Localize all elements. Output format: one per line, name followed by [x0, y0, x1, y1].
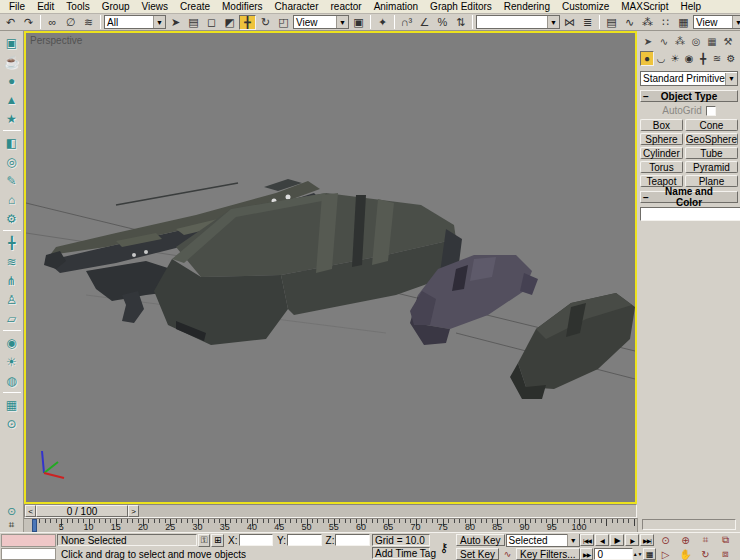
absolute-mode-icon[interactable]: ⊞	[211, 534, 224, 547]
cone-button[interactable]: Cone	[685, 119, 738, 131]
maxscript-mini-listener[interactable]	[0, 533, 57, 560]
menu-edit[interactable]: Edit	[31, 0, 60, 13]
zoom-all-icon[interactable]: ⊕	[676, 534, 695, 547]
y-coordinate-field[interactable]	[287, 534, 322, 546]
zoom-region-icon[interactable]: ⊙	[0, 504, 24, 518]
display-icon[interactable]: ▦	[2, 395, 22, 414]
helpers-category-icon[interactable]: ╋	[696, 51, 710, 66]
listener-macro-line[interactable]	[1, 534, 56, 547]
menu-file[interactable]: File	[3, 0, 31, 13]
curve-editor-button[interactable]: ∿	[621, 15, 638, 30]
menu-views[interactable]: Views	[136, 0, 175, 13]
utilities-tab[interactable]: ⚒	[720, 33, 736, 49]
spinner-snap-toggle-button[interactable]: ⇅	[452, 15, 469, 30]
window-crossing-toggle-button[interactable]: ◩	[221, 15, 238, 30]
use-pivot-point-center-button[interactable]: ▣	[350, 15, 367, 30]
viewport-label[interactable]: Perspective	[30, 35, 82, 46]
zoom-extents-icon[interactable]: ⌗	[696, 534, 715, 547]
name-and-color-rollout[interactable]: − Name and Color	[640, 191, 738, 203]
current-frame-marker[interactable]	[32, 519, 37, 532]
perspective-viewport[interactable]: Perspective	[24, 31, 637, 504]
named-selection-sets-dropdown[interactable]: ▼	[476, 15, 560, 29]
add-time-tag[interactable]: Add Time Tag	[372, 547, 430, 559]
sphere-icon[interactable]: ●	[2, 71, 22, 90]
zoom-extents-all-icon[interactable]: ⧉	[716, 534, 735, 547]
frame-spinner[interactable]: ▲▼	[634, 548, 642, 560]
material-icon[interactable]: ◍	[2, 371, 22, 390]
redo-button[interactable]: ↷	[20, 15, 37, 30]
snaps-toggle-button[interactable]: ∩³	[398, 15, 415, 30]
render-type-dropdown[interactable]: View▼	[693, 15, 740, 29]
spline-icon[interactable]: ✎	[2, 171, 22, 190]
key-filters-button[interactable]: Key Filters...	[516, 548, 580, 560]
menu-reactor[interactable]: reactor	[325, 0, 368, 13]
tube-button[interactable]: Tube	[685, 147, 738, 159]
menu-maxscript[interactable]: MAXScript	[615, 0, 674, 13]
pan-hand-icon[interactable]: ✋	[676, 548, 695, 560]
cylinder-button[interactable]: Cylinder	[640, 147, 683, 159]
previous-frame-arrow[interactable]: <	[25, 505, 36, 517]
layer-manager-button[interactable]: ▤	[603, 15, 620, 30]
bind-to-space-warp-button[interactable]: ≋	[80, 15, 97, 30]
lights-category-icon[interactable]: ☀	[668, 51, 682, 66]
create-tab[interactable]: ➤	[640, 33, 656, 49]
x-coordinate-field[interactable]	[239, 534, 274, 546]
auto-key-button[interactable]: Auto Key	[456, 534, 505, 546]
select-by-name-button[interactable]: ▤	[185, 15, 202, 30]
play-button[interactable]: ▶	[610, 534, 624, 546]
motion-tab[interactable]: ◎	[688, 33, 704, 49]
sheet-icon[interactable]: ▱	[2, 309, 22, 328]
reference-coordinate-system-dropdown[interactable]: View▼	[293, 15, 349, 29]
select-and-link-button[interactable]: ∞	[44, 15, 61, 30]
camera-icon[interactable]: ◉	[2, 333, 22, 352]
polygon-icon[interactable]: ⌂	[2, 190, 22, 209]
open-mini-curve-editor-button[interactable]: ⌗	[0, 518, 24, 532]
angle-snap-toggle-button[interactable]: ∠	[416, 15, 433, 30]
display-tab[interactable]: ▦	[704, 33, 720, 49]
menu-rendering[interactable]: Rendering	[498, 0, 556, 13]
time-configuration-button[interactable]: ▦	[643, 548, 656, 560]
set-key-mode-icon[interactable]: ⚷	[432, 533, 456, 560]
zoom-icon[interactable]: ⊙	[656, 534, 675, 547]
arc-rotate-icon[interactable]: ↻	[696, 548, 715, 560]
menu-animation[interactable]: Animation	[368, 0, 424, 13]
teapot-icon[interactable]: ☕	[2, 52, 22, 71]
set-key-button[interactable]: Set Key	[456, 548, 499, 560]
pyramid-button[interactable]: Pyramid	[685, 161, 738, 173]
time-slider-handle[interactable]: 0 / 100	[36, 505, 128, 517]
box-icon[interactable]: ▣	[2, 33, 22, 52]
systems-category-icon[interactable]: ⚙	[724, 51, 738, 66]
key-mode-toggle-button[interactable]: ▶▶	[580, 548, 593, 560]
selection-lock-icon[interactable]: ⚿	[198, 534, 211, 547]
next-frame-arrow[interactable]: >	[128, 505, 139, 517]
key-mode-dropdown[interactable]: Selected▼	[506, 534, 580, 547]
select-and-manipulate-button[interactable]: ✦	[374, 15, 391, 30]
selection-filter-dropdown[interactable]: All▼	[104, 15, 166, 29]
select-and-scale-button[interactable]: ◰	[275, 15, 292, 30]
space-warps-category-icon[interactable]: ≋	[710, 51, 724, 66]
hierarchy-tab[interactable]: ⁂	[672, 33, 688, 49]
select-object-button[interactable]: ➤	[167, 15, 184, 30]
undo-button[interactable]: ↶	[2, 15, 19, 30]
field-of-view-icon[interactable]: ▷	[656, 548, 675, 560]
menu-customize[interactable]: Customize	[556, 0, 615, 13]
min-max-toggle-icon[interactable]: ⧈	[716, 548, 735, 560]
z-coordinate-field[interactable]	[335, 534, 370, 546]
sphere-button[interactable]: Sphere	[640, 133, 683, 145]
star-icon[interactable]: ★	[2, 109, 22, 128]
time-slider-track[interactable]: < 0 / 100 >	[24, 504, 637, 518]
go-to-end-button[interactable]: ▶▶|	[640, 534, 654, 546]
current-frame-field[interactable]: 0	[594, 548, 632, 560]
shapes-category-icon[interactable]: ◡	[654, 51, 668, 66]
unlink-selection-button[interactable]: ∅	[62, 15, 79, 30]
track-bar-ruler[interactable]: 5101520253035404550556065707580859095100	[24, 518, 637, 532]
menu-create[interactable]: Create	[174, 0, 216, 13]
box-button[interactable]: Box	[640, 119, 683, 131]
menu-help[interactable]: Help	[674, 0, 707, 13]
align-button[interactable]: ≣	[579, 15, 596, 30]
cone-icon[interactable]: ▲	[2, 90, 22, 109]
select-and-move-button[interactable]: ╋	[239, 15, 256, 30]
modify-tab[interactable]: ∿	[656, 33, 672, 49]
biped-icon[interactable]: ♙	[2, 290, 22, 309]
torus-icon[interactable]: ◎	[2, 152, 22, 171]
